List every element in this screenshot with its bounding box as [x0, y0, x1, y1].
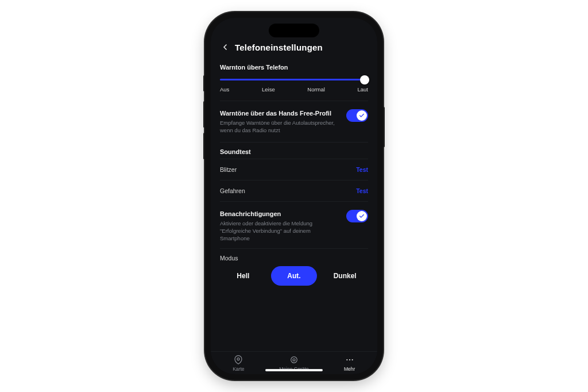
slider-fill: [220, 79, 368, 80]
tab-more[interactable]: Mehr: [322, 355, 377, 372]
tab-label: Mehr: [344, 366, 355, 372]
settings-content[interactable]: Warnton übers Telefon Aus Leise Normal L…: [211, 56, 377, 351]
mode-label: Modus: [220, 248, 368, 262]
map-pin-icon: [234, 355, 243, 364]
mode-option-dark[interactable]: Dunkel: [322, 266, 368, 286]
mode-option-light[interactable]: Hell: [220, 266, 266, 286]
slider-label-quiet: Leise: [262, 86, 275, 93]
svg-point-2: [293, 359, 295, 361]
back-button[interactable]: [220, 42, 230, 52]
svg-point-4: [349, 359, 350, 360]
tab-label: Karte: [233, 366, 244, 372]
slider-label-loud: Laut: [358, 86, 369, 93]
chevron-left-icon: [220, 43, 230, 52]
volume-section-label: Warnton übers Telefon: [220, 64, 368, 71]
home-indicator[interactable]: [265, 369, 323, 371]
slider-labels: Aus Leise Normal Laut: [220, 86, 368, 96]
svg-point-1: [291, 357, 297, 363]
phone-volume-down: [203, 133, 205, 159]
svg-point-0: [237, 358, 239, 360]
check-icon: [359, 113, 365, 118]
slider-track: [220, 79, 368, 80]
phone-frame: Telefoneinstellungen Warnton übers Telef…: [205, 12, 383, 380]
soundtest-test-button[interactable]: Test: [356, 187, 368, 194]
app-screen: Telefoneinstellungen Warnton übers Telef…: [211, 18, 377, 374]
page-title: Telefoneinstellungen: [235, 43, 323, 52]
slider-label-off: Aus: [220, 86, 229, 93]
phone-power-button: [383, 107, 385, 147]
svg-point-3: [346, 359, 347, 360]
soundtest-name: Blitzer: [220, 166, 237, 173]
phone-mute-switch: [203, 75, 205, 91]
tab-map[interactable]: Karte: [211, 355, 266, 372]
svg-point-5: [351, 359, 353, 360]
handsfree-toggle[interactable]: [346, 109, 368, 122]
soundtest-row-blitzer: Blitzer Test: [220, 159, 368, 180]
toggle-knob: [357, 110, 367, 121]
notifications-title: Benachrichtigungen: [220, 210, 341, 218]
soundtest-test-button[interactable]: Test: [356, 166, 368, 173]
mode-segmented: Hell Aut. Dunkel: [220, 266, 368, 286]
slider-thumb[interactable]: [360, 75, 369, 84]
soundtest-name: Gefahren: [220, 187, 245, 194]
handsfree-row: Warntöne über das Hands Free-Profil Empf…: [220, 101, 368, 140]
notifications-toggle[interactable]: [346, 210, 368, 222]
mode-option-auto[interactable]: Aut.: [271, 266, 318, 286]
slider-label-normal: Normal: [307, 86, 325, 93]
soundtest-header: Soundtest: [220, 142, 368, 159]
soundtest-row-gefahren: Gefahren Test: [220, 180, 368, 201]
check-icon: [359, 213, 365, 219]
target-icon: [289, 355, 299, 364]
handsfree-title: Warntöne über das Hands Free-Profil: [220, 109, 341, 118]
volume-slider[interactable]: Aus Leise Normal Laut: [220, 79, 368, 96]
more-horizontal-icon: [345, 355, 354, 364]
toggle-knob: [357, 211, 367, 221]
notifications-row: Benachrichtigungen Aktiviere oder deakti…: [220, 201, 368, 248]
phone-volume-up: [203, 101, 205, 128]
notifications-subtitle: Aktiviere oder deaktiviere die Meldung "…: [220, 220, 341, 242]
dynamic-island: [269, 24, 319, 37]
handsfree-subtitle: Empfange Warntöne über die Autolautsprec…: [220, 120, 341, 134]
soundtest-section: Soundtest Blitzer Test Gefahren Test: [220, 142, 368, 201]
